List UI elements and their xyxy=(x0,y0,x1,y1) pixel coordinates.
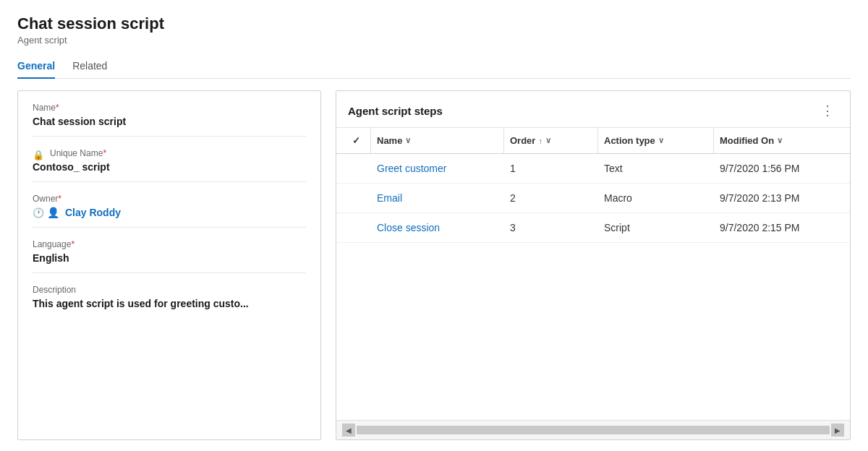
lock-icon: 🔒 xyxy=(33,150,44,160)
td-order-2: 2 xyxy=(504,184,598,212)
more-options-icon[interactable]: ⋮ xyxy=(817,101,838,120)
field-description-value: This agent script is used for greeting c… xyxy=(33,298,306,309)
field-name: Name* Chat session script xyxy=(33,103,306,137)
owner-row: 🕐 👤 Clay Roddy xyxy=(33,207,306,218)
field-description: Description This agent script is used fo… xyxy=(33,285,306,318)
modified-on-sort-icon: ∨ xyxy=(777,136,783,145)
td-action-type-2: Macro xyxy=(598,184,714,212)
field-description-label: Description xyxy=(33,285,306,295)
page-container: Chat session script Agent script General… xyxy=(0,0,868,451)
tab-general[interactable]: General xyxy=(17,54,55,79)
th-name[interactable]: Name ∨ xyxy=(371,128,504,153)
td-name-1[interactable]: Greet customer xyxy=(371,154,504,183)
field-owner-label: Owner* xyxy=(33,194,306,204)
table-row: Close session 3 Script 9/7/2020 2:15 PM xyxy=(336,213,850,243)
td-check-3 xyxy=(342,213,371,242)
table-body: Greet customer 1 Text 9/7/2020 1:56 PM E… xyxy=(336,154,850,420)
order-sort-down-icon: ∨ xyxy=(545,136,551,145)
th-action-type[interactable]: Action type ∨ xyxy=(598,128,714,153)
field-unique-name: 🔒 Unique Name* Contoso_ script xyxy=(33,148,306,182)
required-indicator: * xyxy=(103,148,106,158)
td-modified-1: 9/7/2020 1:56 PM xyxy=(714,154,844,183)
tab-bar: General Related xyxy=(17,54,851,79)
field-owner: Owner* 🕐 👤 Clay Roddy xyxy=(33,194,306,228)
field-name-label: Name* xyxy=(33,103,306,113)
action-type-sort-icon: ∨ xyxy=(658,136,664,145)
scroll-left-arrow[interactable]: ◀ xyxy=(342,424,355,437)
required-indicator: * xyxy=(58,194,61,204)
td-check-1 xyxy=(342,154,371,183)
th-check: ✓ xyxy=(342,128,371,153)
page-subtitle: Agent script xyxy=(17,35,851,46)
table-wrapper: ✓ Name ∨ Order ↑ ∨ Action type ∨ xyxy=(336,128,850,439)
table-header: ✓ Name ∨ Order ↑ ∨ Action type ∨ xyxy=(336,128,850,154)
td-action-type-1: Text xyxy=(598,154,714,183)
right-panel: Agent script steps ⋮ ✓ Name ∨ Order ↑ xyxy=(336,90,851,440)
horizontal-scrollbar[interactable]: ◀ ▶ xyxy=(336,420,850,439)
required-indicator: * xyxy=(56,103,59,113)
unique-name-row: 🔒 Unique Name* xyxy=(33,148,306,161)
field-unique-name-value: Contoso_ script xyxy=(33,161,306,173)
th-modified-on[interactable]: Modified On ∨ xyxy=(714,128,844,153)
panel-header: Agent script steps ⋮ xyxy=(336,91,850,128)
scroll-right-arrow[interactable]: ▶ xyxy=(831,424,844,437)
scroll-track[interactable] xyxy=(357,426,830,434)
td-check-2 xyxy=(342,184,371,212)
page-title: Chat session script xyxy=(17,14,851,33)
page-header: Chat session script Agent script xyxy=(17,14,851,46)
clock-icon: 🕐 xyxy=(33,207,44,218)
left-panel: Name* Chat session script 🔒 Unique Name*… xyxy=(17,90,321,440)
content-area: Name* Chat session script 🔒 Unique Name*… xyxy=(17,90,851,440)
owner-icons: 🕐 👤 xyxy=(33,207,59,218)
table-row: Greet customer 1 Text 9/7/2020 1:56 PM xyxy=(336,154,850,184)
td-order-3: 3 xyxy=(504,213,598,242)
owner-name[interactable]: Clay Roddy xyxy=(65,207,121,218)
td-action-type-3: Script xyxy=(598,213,714,242)
required-indicator: * xyxy=(71,239,75,249)
field-language-label: Language* xyxy=(33,239,306,249)
field-name-value: Chat session script xyxy=(33,116,306,127)
person-icon: 👤 xyxy=(47,207,59,218)
td-name-2[interactable]: Email xyxy=(371,184,504,212)
name-sort-icon: ∨ xyxy=(405,136,411,145)
td-modified-2: 9/7/2020 2:13 PM xyxy=(714,184,844,212)
td-modified-3: 9/7/2020 2:15 PM xyxy=(714,213,844,242)
field-unique-name-label: Unique Name* xyxy=(50,148,106,158)
panel-title: Agent script steps xyxy=(348,105,443,117)
field-language: Language* English xyxy=(33,239,306,273)
order-sort-up-icon: ↑ xyxy=(538,137,542,145)
td-order-1: 1 xyxy=(504,154,598,183)
check-icon: ✓ xyxy=(352,135,360,146)
td-name-3[interactable]: Close session xyxy=(371,213,504,242)
th-order[interactable]: Order ↑ ∨ xyxy=(504,128,598,153)
field-language-value: English xyxy=(33,252,306,264)
tab-related[interactable]: Related xyxy=(72,54,107,79)
table-row: Email 2 Macro 9/7/2020 2:13 PM xyxy=(336,184,850,213)
